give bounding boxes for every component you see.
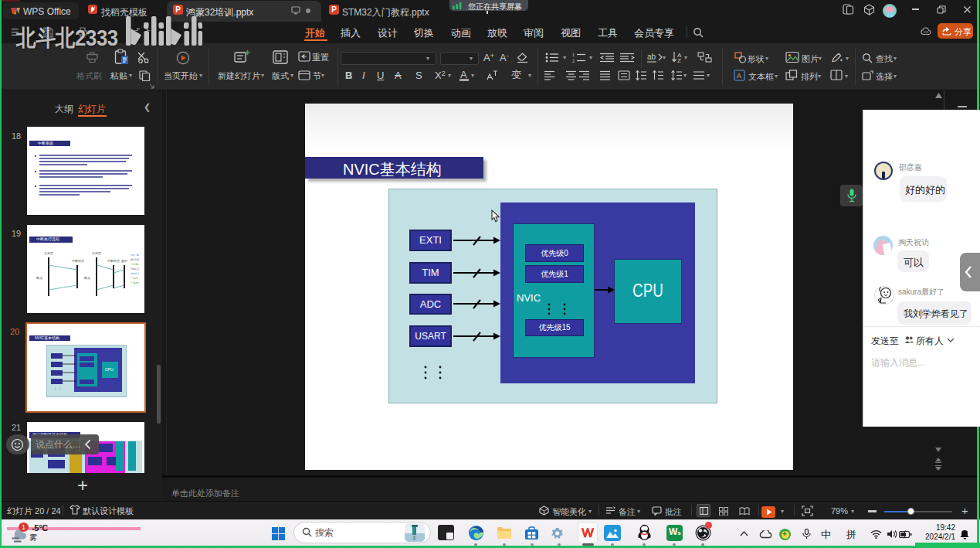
svg-text:主程序: 主程序	[44, 251, 53, 255]
svg-text:int main: int main	[131, 254, 139, 257]
svg-text:Z: Z	[677, 57, 681, 63]
svg-text:ab: ab	[647, 53, 656, 61]
svg-text:A: A	[737, 72, 741, 80]
svg-text://执行: //执行	[131, 277, 139, 280]
svg-text:z: z	[965, 529, 968, 534]
svg-text:while(1): while(1)	[131, 258, 139, 261]
svg-text:中断程序: 中断程序	[72, 259, 84, 263]
svg-text:断点: 断点	[36, 276, 42, 280]
svg-text:2: 2	[572, 59, 575, 63]
svg-text:中断程序: 中断程序	[107, 259, 120, 263]
svg-text:1: 1	[572, 53, 575, 57]
svg-text://返回: //返回	[131, 281, 138, 284]
svg-text://中断1: //中断1	[131, 263, 139, 266]
svg-text:主程序: 主程序	[92, 251, 101, 255]
svg-text:void IRQ: void IRQ	[131, 272, 139, 275]
svg-text:断点: 断点	[84, 276, 90, 280]
svg-text:新的: 新的	[121, 259, 127, 263]
svg-text:func(): func()	[131, 267, 139, 271]
svg-text:变: 变	[511, 69, 521, 80]
